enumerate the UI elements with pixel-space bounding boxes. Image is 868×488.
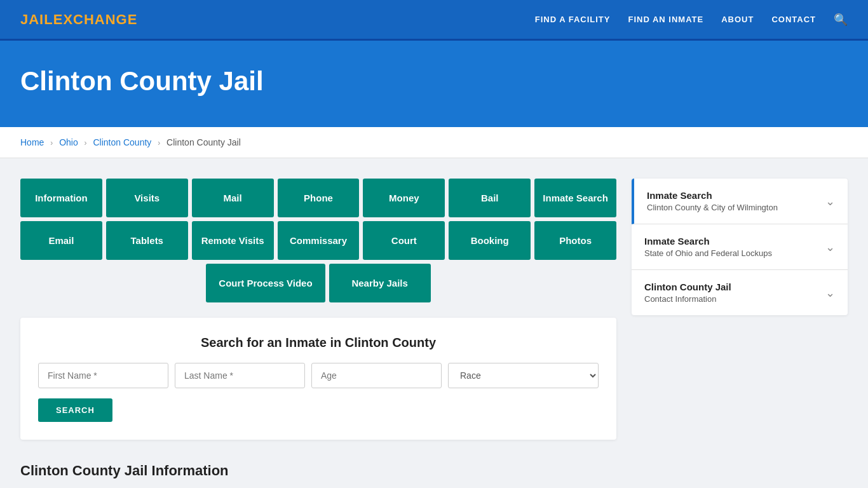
- first-name-input[interactable]: [38, 363, 168, 388]
- breadcrumb-sep-3: ›: [158, 139, 160, 147]
- sidebar-item-text-3: Clinton County Jail Contact Information: [644, 281, 731, 304]
- sidebar-right: Inmate Search Clinton County & City of W…: [632, 179, 848, 482]
- search-title: Search for an Inmate in Clinton County: [38, 336, 599, 350]
- button-grid-row1: Information Visits Mail Phone Money Bail…: [20, 179, 616, 217]
- chevron-icon-2: ⌄: [825, 240, 835, 254]
- race-select[interactable]: Race White Black Hispanic Asian Other: [448, 363, 599, 388]
- btn-email[interactable]: Email: [20, 221, 102, 260]
- btn-remote-visits[interactable]: Remote Visits: [192, 221, 274, 260]
- about-link[interactable]: ABOUT: [721, 15, 754, 24]
- breadcrumb-clinton-county[interactable]: Clinton County: [93, 137, 152, 147]
- search-icon[interactable]: 🔍: [834, 13, 848, 27]
- page-title: Clinton County Jail: [20, 66, 848, 97]
- sidebar-item-title-1: Inmate Search: [647, 190, 778, 201]
- inmate-search-box: Search for an Inmate in Clinton County R…: [20, 318, 616, 440]
- button-grid-row2: Email Tablets Remote Visits Commissary C…: [20, 221, 616, 260]
- breadcrumb: Home › Ohio › Clinton County › Clinton C…: [0, 127, 868, 158]
- logo-highlight: E: [53, 11, 64, 27]
- breadcrumb-current: Clinton County Jail: [166, 137, 241, 147]
- button-grid-row3: Court Process Video Nearby Jails: [20, 264, 616, 302]
- jail-info-heading: Clinton County Jail Information: [20, 452, 616, 482]
- main-nav: JAILEXCHANGE FIND A FACILITY FIND AN INM…: [0, 0, 868, 41]
- btn-information[interactable]: Information: [20, 179, 102, 217]
- sidebar-contact-info[interactable]: Clinton County Jail Contact Information …: [632, 270, 848, 315]
- content-left: Information Visits Mail Phone Money Bail…: [20, 179, 616, 482]
- btn-mail[interactable]: Mail: [192, 179, 274, 217]
- btn-tablets[interactable]: Tablets: [106, 221, 188, 260]
- breadcrumb-ohio[interactable]: Ohio: [59, 137, 78, 147]
- btn-booking[interactable]: Booking: [449, 221, 531, 260]
- btn-court-process-video[interactable]: Court Process Video: [206, 264, 325, 302]
- sidebar-item-sub-2: State of Ohio and Federal Lockups: [644, 248, 772, 258]
- btn-commissary[interactable]: Commissary: [278, 221, 360, 260]
- sidebar-item-text-1: Inmate Search Clinton County & City of W…: [647, 190, 778, 212]
- chevron-icon-3: ⌄: [825, 286, 835, 300]
- find-inmate-link[interactable]: FIND AN INMATE: [628, 15, 703, 24]
- sidebar-inmate-search-2[interactable]: Inmate Search State of Ohio and Federal …: [632, 224, 848, 270]
- sidebar-item-title-2: Inmate Search: [644, 236, 772, 247]
- nav-links: FIND A FACILITY FIND AN INMATE ABOUT CON…: [535, 13, 848, 27]
- btn-nearby-jails[interactable]: Nearby Jails: [329, 264, 431, 302]
- last-name-input[interactable]: [175, 363, 305, 388]
- btn-money[interactable]: Money: [363, 179, 445, 217]
- sidebar-inmate-search-1[interactable]: Inmate Search Clinton County & City of W…: [632, 179, 848, 224]
- btn-phone[interactable]: Phone: [278, 179, 360, 217]
- sidebar-item-sub-1: Clinton County & City of Wilmington: [647, 203, 778, 212]
- btn-visits[interactable]: Visits: [106, 179, 188, 217]
- sidebar-card: Inmate Search Clinton County & City of W…: [632, 179, 848, 315]
- sidebar-item-sub-3: Contact Information: [644, 294, 731, 304]
- chevron-icon-1: ⌄: [825, 194, 835, 208]
- breadcrumb-home[interactable]: Home: [20, 137, 44, 147]
- breadcrumb-sep-2: ›: [85, 139, 87, 147]
- main-wrapper: Information Visits Mail Phone Money Bail…: [0, 158, 868, 482]
- sidebar-item-title-3: Clinton County Jail: [644, 281, 731, 292]
- logo-text-jail: JAIL: [20, 11, 53, 27]
- btn-photos[interactable]: Photos: [534, 221, 616, 260]
- age-input[interactable]: [311, 363, 442, 388]
- search-fields: Race White Black Hispanic Asian Other: [38, 363, 599, 388]
- btn-bail[interactable]: Bail: [449, 179, 531, 217]
- hero-section: Clinton County Jail: [0, 41, 868, 127]
- contact-link[interactable]: CONTACT: [771, 15, 816, 24]
- btn-inmate-search[interactable]: Inmate Search: [534, 179, 616, 217]
- logo[interactable]: JAILEXCHANGE: [20, 11, 137, 28]
- btn-court[interactable]: Court: [363, 221, 445, 260]
- sidebar-item-text-2: Inmate Search State of Ohio and Federal …: [644, 236, 772, 258]
- breadcrumb-sep-1: ›: [50, 139, 53, 147]
- search-button[interactable]: SEARCH: [38, 398, 112, 422]
- find-facility-link[interactable]: FIND A FACILITY: [535, 15, 611, 24]
- logo-text-xchange: XCHANGE: [63, 11, 137, 27]
